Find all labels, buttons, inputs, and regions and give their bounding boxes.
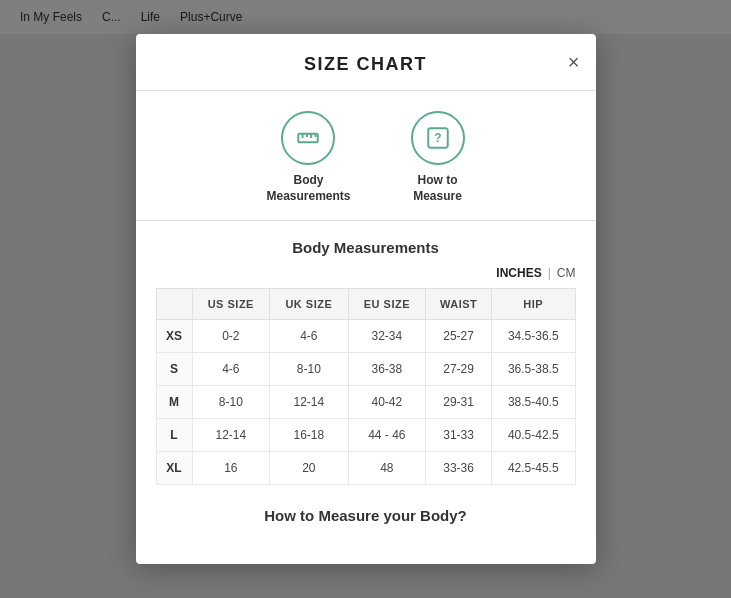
svg-text:?: ? [434, 132, 441, 146]
waist-cell: 33-36 [426, 451, 492, 484]
hip-cell: 40.5-42.5 [492, 418, 575, 451]
section-title: Body Measurements [136, 221, 596, 266]
table-row: L 12-14 16-18 44 - 46 31-33 40.5-42.5 [156, 418, 575, 451]
tab-how-to-measure[interactable]: ? How toMeasure [411, 111, 465, 204]
size-label: S [156, 352, 192, 385]
waist-cell: 31-33 [426, 418, 492, 451]
col-header-eu-size: EU SIZE [348, 288, 426, 319]
uk-size-cell: 12-14 [270, 385, 348, 418]
us-size-cell: 16 [192, 451, 270, 484]
unit-divider: | [548, 266, 551, 280]
hip-cell: 34.5-36.5 [492, 319, 575, 352]
col-header-empty [156, 288, 192, 319]
table-row: XL 16 20 48 33-36 42.5-45.5 [156, 451, 575, 484]
size-label: XS [156, 319, 192, 352]
size-table: US SIZE UK SIZE EU SIZE WAIST HIP XS 0-2… [156, 288, 576, 485]
eu-size-cell: 40-42 [348, 385, 426, 418]
eu-size-cell: 36-38 [348, 352, 426, 385]
table-header-row: US SIZE UK SIZE EU SIZE WAIST HIP [156, 288, 575, 319]
size-label: XL [156, 451, 192, 484]
table-row: M 8-10 12-14 40-42 29-31 38.5-40.5 [156, 385, 575, 418]
us-size-cell: 4-6 [192, 352, 270, 385]
hip-cell: 36.5-38.5 [492, 352, 575, 385]
size-label: L [156, 418, 192, 451]
modal-header: SIZE CHART × [136, 34, 596, 91]
waist-cell: 27-29 [426, 352, 492, 385]
uk-size-cell: 20 [270, 451, 348, 484]
col-header-us-size: US SIZE [192, 288, 270, 319]
modal-title: SIZE CHART [304, 54, 427, 74]
size-label: M [156, 385, 192, 418]
body-measurements-icon [281, 111, 335, 165]
eu-size-cell: 44 - 46 [348, 418, 426, 451]
us-size-cell: 8-10 [192, 385, 270, 418]
table-row: S 4-6 8-10 36-38 27-29 36.5-38.5 [156, 352, 575, 385]
waist-cell: 29-31 [426, 385, 492, 418]
close-button[interactable]: × [568, 52, 580, 72]
col-header-uk-size: UK SIZE [270, 288, 348, 319]
how-to-measure-icon: ? [411, 111, 465, 165]
unit-toggle: INCHES | CM [136, 266, 596, 288]
col-header-waist: WAIST [426, 288, 492, 319]
how-to-measure-label: How toMeasure [413, 173, 462, 204]
uk-size-cell: 16-18 [270, 418, 348, 451]
eu-size-cell: 48 [348, 451, 426, 484]
table-row: XS 0-2 4-6 32-34 25-27 34.5-36.5 [156, 319, 575, 352]
eu-size-cell: 32-34 [348, 319, 426, 352]
col-header-hip: HIP [492, 288, 575, 319]
size-chart-modal: SIZE CHART × BodyMeasurements [136, 34, 596, 563]
uk-size-cell: 4-6 [270, 319, 348, 352]
waist-cell: 25-27 [426, 319, 492, 352]
how-to-title: How to Measure your Body? [136, 485, 596, 534]
hip-cell: 38.5-40.5 [492, 385, 575, 418]
modal-overlay: SIZE CHART × BodyMeasurements [0, 0, 731, 598]
us-size-cell: 0-2 [192, 319, 270, 352]
unit-inches[interactable]: INCHES [496, 266, 541, 280]
icon-tabs-container: BodyMeasurements ? How toMeasure [136, 91, 596, 220]
uk-size-cell: 8-10 [270, 352, 348, 385]
us-size-cell: 12-14 [192, 418, 270, 451]
hip-cell: 42.5-45.5 [492, 451, 575, 484]
body-measurements-label: BodyMeasurements [266, 173, 350, 204]
tab-body-measurements[interactable]: BodyMeasurements [266, 111, 350, 204]
unit-cm[interactable]: CM [557, 266, 576, 280]
